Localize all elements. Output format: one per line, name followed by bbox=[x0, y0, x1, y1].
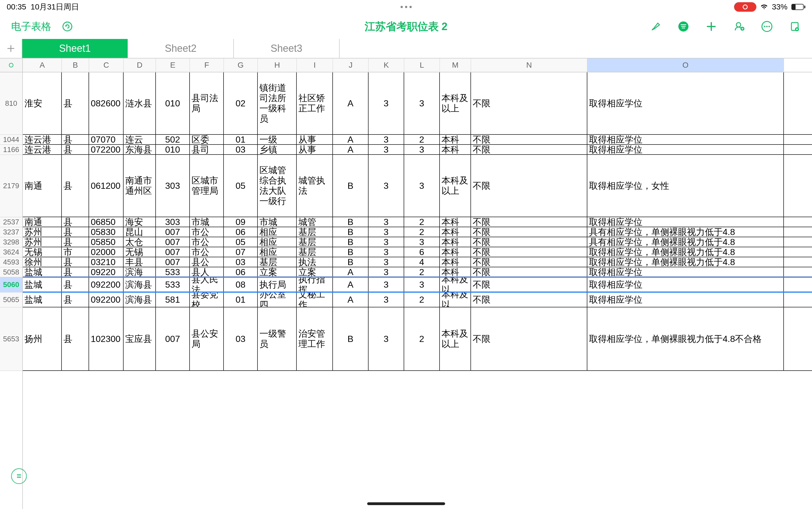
cell[interactable]: 本科及以上 bbox=[440, 307, 471, 370]
row-header[interactable]: 1166 bbox=[0, 145, 22, 155]
cell[interactable]: 县司法局 bbox=[190, 72, 224, 134]
cell[interactable]: 3 bbox=[368, 72, 404, 134]
row-header[interactable]: 810 bbox=[0, 72, 22, 135]
cell[interactable]: 007 bbox=[156, 237, 190, 247]
sheet-tab-1[interactable]: Sheet1 bbox=[22, 39, 128, 58]
cell[interactable]: 涟水县 bbox=[123, 72, 156, 134]
cell[interactable]: 05 bbox=[224, 155, 258, 217]
column-header[interactable]: I bbox=[297, 59, 333, 72]
column-header[interactable]: J bbox=[333, 59, 368, 72]
cell[interactable]: 连云 bbox=[123, 135, 156, 144]
cell[interactable]: 3 bbox=[368, 267, 404, 277]
cell[interactable]: 取得相应学位 bbox=[587, 292, 784, 307]
cell[interactable]: 市城 bbox=[190, 217, 224, 227]
cell[interactable]: 533 bbox=[156, 277, 190, 292]
cell[interactable]: 盐城 bbox=[23, 267, 62, 277]
cell[interactable]: A bbox=[333, 292, 368, 307]
table-row[interactable]: 苏州县05850太仓007市公05相应基层B33本科不限具有相应学位，单侧裸眼视… bbox=[23, 237, 812, 247]
spreadsheet-grid[interactable]: ABCDEFGHIJKLMNO 810104411662179253732373… bbox=[0, 59, 812, 509]
cell[interactable]: 2 bbox=[404, 292, 440, 307]
cell[interactable]: 3 bbox=[368, 307, 404, 370]
cell[interactable]: 盐城 bbox=[23, 277, 62, 292]
row-header[interactable]: 2537 bbox=[0, 217, 22, 227]
table-row[interactable]: 徐州县03210丰县007县公03基层执法B34本科不限取得相应学位，单侧裸眼视… bbox=[23, 257, 812, 267]
cell[interactable]: 2 bbox=[404, 227, 440, 237]
cell[interactable]: 市公 bbox=[190, 247, 224, 257]
cell[interactable]: 具有相应学位，单侧裸眼视力低于4.8 bbox=[587, 227, 784, 237]
cell[interactable]: 县 bbox=[62, 135, 89, 144]
cell[interactable]: 县 bbox=[62, 267, 89, 277]
cell[interactable]: 02000 bbox=[89, 247, 123, 257]
collaborate-icon[interactable] bbox=[733, 20, 745, 33]
cell[interactable]: 一级警员 bbox=[258, 307, 297, 370]
cell[interactable]: 本科及以 bbox=[440, 292, 471, 307]
row-header[interactable]: 4593 bbox=[0, 257, 22, 267]
cell[interactable]: 3 bbox=[404, 72, 440, 134]
cell[interactable]: A bbox=[333, 277, 368, 292]
cell[interactable]: 03 bbox=[224, 307, 258, 370]
cell[interactable]: 办公室四 bbox=[258, 292, 297, 307]
cell[interactable]: B bbox=[333, 217, 368, 227]
cell[interactable]: 072200 bbox=[89, 145, 123, 154]
cell[interactable]: 06 bbox=[224, 227, 258, 237]
screen-record-indicator[interactable] bbox=[734, 2, 756, 12]
column-headers[interactable]: ABCDEFGHIJKLMNO bbox=[23, 59, 812, 72]
table-row[interactable]: 苏州县05830昆山007市公06相应基层B32本科不限具有相应学位，单侧裸眼视… bbox=[23, 227, 812, 237]
cell[interactable]: 533 bbox=[156, 267, 190, 277]
cell[interactable]: 城管执法 bbox=[297, 155, 333, 217]
cell[interactable]: 本科 bbox=[440, 267, 471, 277]
cell[interactable]: 007 bbox=[156, 307, 190, 370]
column-header[interactable]: B bbox=[62, 59, 89, 72]
select-all-corner[interactable] bbox=[0, 59, 23, 72]
cell[interactable]: 乡镇 bbox=[258, 145, 297, 154]
cell[interactable]: 太仓 bbox=[123, 237, 156, 247]
cell[interactable]: 立案 bbox=[297, 267, 333, 277]
row-header[interactable]: 3298 bbox=[0, 237, 22, 247]
cell[interactable]: 市公 bbox=[190, 227, 224, 237]
cell[interactable]: 本科 bbox=[440, 247, 471, 257]
formula-button[interactable]: = bbox=[11, 468, 27, 484]
cell[interactable]: 县 bbox=[62, 227, 89, 237]
column-header[interactable]: F bbox=[190, 59, 224, 72]
cell[interactable]: 不限 bbox=[471, 155, 587, 217]
cell[interactable]: 不限 bbox=[471, 292, 587, 307]
cell[interactable]: 010 bbox=[156, 72, 190, 134]
cell[interactable]: 05850 bbox=[89, 237, 123, 247]
cell[interactable]: 6 bbox=[404, 247, 440, 257]
cell[interactable]: 007 bbox=[156, 227, 190, 237]
filter-icon[interactable] bbox=[677, 20, 690, 33]
row-header[interactable]: 1044 bbox=[0, 135, 22, 145]
cell[interactable]: 相应 bbox=[258, 227, 297, 237]
cell[interactable]: 具有相应学位，单侧裸眼视力低于4.8 bbox=[587, 237, 784, 247]
cell[interactable]: 从事 bbox=[297, 135, 333, 144]
more-icon[interactable] bbox=[761, 20, 773, 33]
column-header[interactable]: H bbox=[258, 59, 297, 72]
cell[interactable]: 区城管综合执法大队一级行 bbox=[258, 155, 297, 217]
row-headers[interactable]: 8101044116621792537323732983624459350585… bbox=[0, 72, 23, 509]
cell[interactable]: B bbox=[333, 227, 368, 237]
cell[interactable]: 执法 bbox=[297, 257, 333, 267]
cell[interactable]: 102300 bbox=[89, 307, 123, 370]
back-button[interactable]: 电子表格 bbox=[11, 20, 51, 33]
cell[interactable]: 县人 bbox=[190, 267, 224, 277]
cell[interactable]: 取得相应学位，女性 bbox=[587, 155, 784, 217]
cell[interactable]: 2 bbox=[404, 267, 440, 277]
row-header[interactable]: 5065 bbox=[0, 292, 22, 307]
cell[interactable]: 3 bbox=[368, 227, 404, 237]
cell[interactable]: 本科 bbox=[440, 135, 471, 144]
cell[interactable]: 县公 bbox=[190, 257, 224, 267]
cell[interactable]: 09220 bbox=[89, 267, 123, 277]
cell[interactable]: 3 bbox=[404, 145, 440, 154]
column-header[interactable]: G bbox=[224, 59, 258, 72]
cell[interactable]: 取得相应学位，单侧裸眼视力低于4.8不合格 bbox=[587, 307, 784, 370]
cell[interactable]: 3 bbox=[368, 247, 404, 257]
cell[interactable]: 县 bbox=[62, 217, 89, 227]
cell[interactable]: B bbox=[333, 257, 368, 267]
cell[interactable]: 基层 bbox=[297, 227, 333, 237]
cell[interactable]: 徐州 bbox=[23, 257, 62, 267]
cell[interactable]: 苏州 bbox=[23, 227, 62, 237]
cell[interactable]: 3 bbox=[368, 292, 404, 307]
cell[interactable]: 3 bbox=[368, 277, 404, 292]
cell[interactable]: 010 bbox=[156, 145, 190, 154]
cell[interactable]: 303 bbox=[156, 155, 190, 217]
